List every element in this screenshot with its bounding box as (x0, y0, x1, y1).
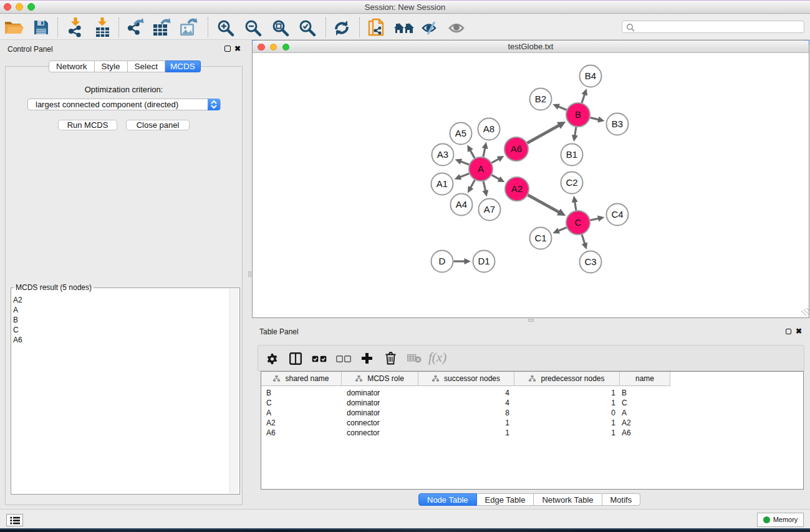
svg-text:A2: A2 (511, 183, 523, 194)
svg-text:A4: A4 (456, 199, 467, 210)
svg-text:B: B (575, 109, 581, 120)
svg-text:A8: A8 (483, 123, 494, 134)
svg-text:C4: C4 (611, 209, 623, 220)
svg-text:C3: C3 (584, 256, 596, 267)
svg-text:A7: A7 (484, 204, 495, 215)
svg-text:A1: A1 (436, 178, 448, 189)
svg-text:B2: B2 (535, 94, 546, 104)
svg-text:C1: C1 (534, 233, 546, 243)
svg-text:B3: B3 (612, 118, 623, 129)
svg-text:A: A (478, 163, 484, 174)
svg-text:B1: B1 (566, 149, 577, 160)
svg-text:B4: B4 (585, 70, 596, 81)
svg-text:A3: A3 (437, 149, 448, 160)
svg-text:A6: A6 (511, 143, 522, 154)
svg-text:D1: D1 (478, 256, 489, 266)
svg-text:C2: C2 (566, 177, 577, 188)
svg-text:A5: A5 (455, 128, 466, 138)
svg-text:C: C (575, 217, 582, 228)
svg-text:D: D (439, 256, 446, 266)
